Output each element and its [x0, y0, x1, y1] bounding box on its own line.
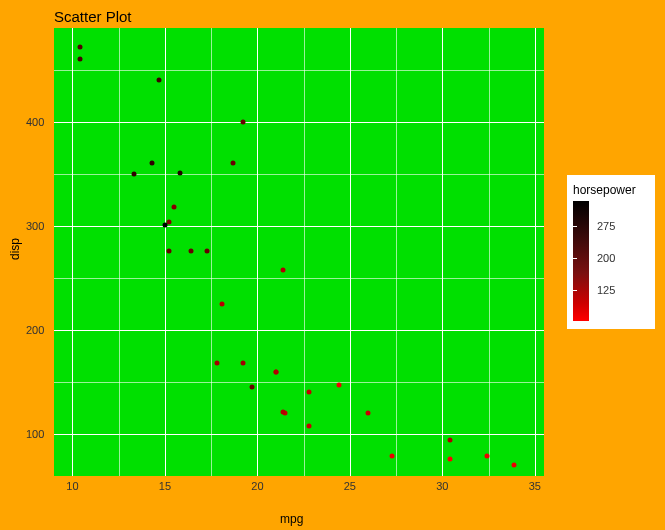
data-point [77, 44, 82, 49]
legend-scale: 125200275 [573, 201, 649, 321]
color-legend: horsepower 125200275 [567, 175, 655, 329]
data-point [281, 410, 286, 415]
data-point [131, 171, 136, 176]
x-tick-label: 25 [344, 480, 356, 492]
legend-colorbar [573, 201, 589, 321]
legend-ticks: 125200275 [593, 201, 633, 321]
x-tick-label: 30 [436, 480, 448, 492]
x-tick-label: 10 [66, 480, 78, 492]
data-point [249, 385, 254, 390]
data-point [166, 248, 171, 253]
y-tick-label: 100 [26, 428, 44, 440]
data-point [220, 302, 225, 307]
y-tick-label: 300 [26, 220, 44, 232]
x-tick-label: 15 [159, 480, 171, 492]
data-point [336, 383, 341, 388]
y-tick-label: 400 [26, 116, 44, 128]
y-tick-label: 200 [26, 324, 44, 336]
data-point [366, 411, 371, 416]
data-point [390, 454, 395, 459]
data-point [188, 248, 193, 253]
data-point [307, 389, 312, 394]
chart-container: Scatter Plot disp mpg 101520253035 10020… [0, 0, 665, 530]
data-point [172, 205, 177, 210]
data-point [240, 119, 245, 124]
x-tick-label: 20 [251, 480, 263, 492]
data-point [177, 170, 182, 175]
data-point [273, 369, 278, 374]
x-axis-label: mpg [280, 512, 303, 526]
plot-panel [54, 28, 544, 476]
data-point [447, 457, 452, 462]
data-point [214, 361, 219, 366]
legend-tick-label: 275 [597, 220, 615, 232]
data-point [162, 222, 167, 227]
legend-tick-label: 125 [597, 284, 615, 296]
data-point [240, 361, 245, 366]
legend-tick-label: 200 [597, 252, 615, 264]
legend-title: horsepower [573, 183, 649, 197]
data-point [150, 161, 155, 166]
data-point [231, 161, 236, 166]
x-tick-label: 35 [529, 480, 541, 492]
data-point [484, 454, 489, 459]
data-point [205, 248, 210, 253]
data-point [512, 462, 517, 467]
chart-title: Scatter Plot [54, 8, 132, 25]
data-point [281, 267, 286, 272]
data-point [77, 57, 82, 62]
data-point [307, 423, 312, 428]
data-point [447, 437, 452, 442]
data-point [157, 78, 162, 83]
y-axis-label: disp [8, 238, 22, 260]
